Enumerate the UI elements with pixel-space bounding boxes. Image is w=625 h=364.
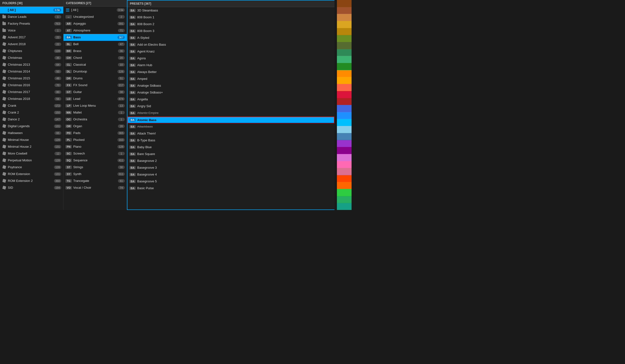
color-segment: [337, 168, 352, 175]
folders-panel: FOLDERS [30] [ All ] 3.5k Dance Leads 1 …: [0, 0, 63, 210]
preset-item[interactable]: BA Basegroove 5: [127, 178, 335, 185]
cube-icon: [2, 97, 6, 101]
folder-item[interactable]: Christmas 2017 80: [0, 89, 63, 95]
category-item[interactable]: SY Synth 311: [63, 171, 127, 178]
folder-item[interactable]: Christmas 2018 56: [0, 95, 63, 102]
category-item[interactable]: ST Strings 30: [63, 164, 127, 171]
folder-item[interactable]: Dance Leads 1: [0, 13, 63, 20]
folder-item[interactable]: More Cowbell 12: [0, 150, 63, 157]
color-segment: [337, 105, 352, 112]
preset-item[interactable]: BA Alarm Hub: [127, 62, 335, 69]
folder-item[interactable]: Christmas 2016 70: [0, 82, 63, 89]
category-item[interactable]: MA Mallet 1: [63, 109, 127, 116]
preset-item[interactable]: BA Add on Electro Bass: [127, 41, 335, 48]
folder-item[interactable]: SID 194: [0, 184, 63, 191]
folder-item[interactable]: ROM Extension 131: [0, 171, 63, 178]
category-item[interactable]: PL Plucked 163: [63, 136, 127, 143]
preset-item[interactable]: BA Bare Square: [127, 151, 335, 157]
folder-item[interactable]: Advent 2017 22: [0, 34, 63, 41]
preset-item[interactable]: BA Amped: [127, 75, 335, 82]
folder-item[interactable]: Perpetual Motion 128: [0, 157, 63, 164]
preset-item-label: Attack Them!: [137, 132, 333, 135]
category-item[interactable]: OR Organ 28: [63, 123, 127, 130]
category-item[interactable]: BA Bass 367: [63, 34, 127, 41]
category-item-label: FX Sound: [73, 83, 117, 87]
category-item[interactable]: SQ Sequence 411: [63, 157, 127, 164]
category-item[interactable]: DR Drums 51: [63, 75, 127, 82]
preset-item[interactable]: BA Basic Pulse: [127, 185, 335, 192]
preset-item[interactable]: BA Analoge Sidbass+: [127, 89, 335, 96]
folder-item[interactable]: Christmas 2013 64: [0, 61, 63, 68]
preset-item[interactable]: BA Attack Them!: [127, 130, 335, 137]
folder-item-label: Chiptunes: [8, 49, 54, 53]
folder-item[interactable]: [ All ] 3.5k: [0, 7, 63, 13]
category-item-label: Arpeggio: [73, 22, 117, 25]
preset-item[interactable]: BA 808 Boom 1: [127, 14, 335, 21]
preset-item[interactable]: BA Agora: [127, 55, 335, 62]
preset-item[interactable]: BA Basegroove 2: [127, 157, 335, 164]
category-item[interactable]: BR Brass 36: [63, 48, 127, 55]
preset-item[interactable]: BA Attackbass: [127, 123, 335, 130]
preset-prefix: BA: [129, 36, 136, 40]
cube-icon: [2, 76, 6, 81]
preset-item[interactable]: BA Angella: [127, 96, 335, 103]
category-item[interactable]: -- Uncategorized 2: [63, 13, 127, 20]
category-item[interactable]: OC Orchestra 1: [63, 116, 127, 123]
category-item-count: 126: [117, 70, 125, 73]
folder-item[interactable]: Dance 2 147: [0, 116, 63, 123]
category-item[interactable]: CH Chord 20: [63, 55, 127, 61]
preset-item[interactable]: BA B-Type Bass: [127, 137, 335, 144]
folder-item[interactable]: Minimal House 2 131: [0, 143, 63, 150]
preset-item[interactable]: BA Atlantic Empire: [127, 110, 335, 117]
category-item[interactable]: LD Lead 474: [63, 95, 127, 102]
preset-item-label: Angella: [137, 97, 333, 101]
category-item[interactable]: DL Drumloop 126: [63, 68, 127, 75]
folder-item[interactable]: ROM Extension 2 360: [0, 178, 63, 184]
folder-item[interactable]: Crank 2 150: [0, 109, 63, 116]
preset-item[interactable]: BA Basegroove 3: [127, 164, 335, 171]
preset-item[interactable]: BA Analoge Sidbass: [127, 82, 335, 89]
folder-item[interactable]: Christmas 2014 50: [0, 68, 63, 75]
category-item[interactable]: VO Vocal / Choir 74: [63, 184, 127, 191]
category-item[interactable]: BL Bell 47: [63, 41, 127, 48]
folder-item-count: 80: [55, 90, 61, 94]
folder-item[interactable]: Minimal House 128: [0, 136, 63, 143]
folder-item[interactable]: Crank 172: [0, 102, 63, 109]
preset-item[interactable]: BA Baby Blue: [127, 144, 335, 151]
category-item[interactable]: LP Live Loop Menu 13: [63, 102, 127, 109]
category-item[interactable]: GT Guitar 38: [63, 89, 127, 95]
folder-item-label: Christmas 2017: [8, 90, 55, 94]
folder-item[interactable]: Psytrance 128: [0, 164, 63, 171]
category-item[interactable]: TG Trancegate 61: [63, 178, 127, 184]
folder-item-count: 131: [54, 124, 61, 128]
category-item[interactable]: [ All ] 3.5k: [63, 7, 127, 13]
folder-item[interactable]: Advent 2018 22: [0, 41, 63, 48]
preset-item[interactable]: BA 3D Steambass: [127, 7, 335, 14]
folder-item-label: Dance 2: [8, 118, 54, 121]
preset-item[interactable]: BA Agent Knarz: [127, 48, 335, 55]
category-item[interactable]: FX FX Sound 217: [63, 82, 127, 89]
folder-item[interactable]: Chiptunes 128: [0, 48, 63, 55]
preset-item[interactable]: BA 808 Boom 2: [127, 21, 335, 28]
color-segment: [337, 147, 352, 154]
preset-item[interactable]: BA Basegroove 4: [127, 171, 335, 178]
folder-item[interactable]: Factory Presets 763: [0, 20, 63, 27]
folder-item[interactable]: Christmas 35: [0, 55, 63, 61]
preset-item[interactable]: BA A-Styled: [127, 34, 335, 41]
category-item[interactable]: CL Classical 10: [63, 61, 127, 68]
folder-item[interactable]: Halloween 65: [0, 130, 63, 136]
category-item[interactable]: AR Arpeggio 391: [63, 20, 127, 27]
color-segment: [337, 203, 352, 210]
preset-item-label: Attackbass: [137, 125, 333, 128]
category-item[interactable]: SC Screech 1: [63, 150, 127, 157]
category-item[interactable]: AT Atmosphere 71: [63, 27, 127, 34]
folder-item[interactable]: Christmas 2015 48: [0, 75, 63, 82]
preset-item[interactable]: BA Angry Sid: [127, 103, 335, 110]
preset-item[interactable]: BA Always Better: [127, 69, 335, 75]
preset-item[interactable]: BA Atomic Bass: [127, 117, 335, 123]
folder-item[interactable]: Digital Legends 131: [0, 123, 63, 130]
folder-item[interactable]: Voice 1: [0, 27, 63, 34]
preset-item[interactable]: BA 808 Boom 3: [127, 28, 335, 34]
category-item[interactable]: PN Piano 128: [63, 143, 127, 150]
category-item[interactable]: PD Pads 365: [63, 130, 127, 136]
